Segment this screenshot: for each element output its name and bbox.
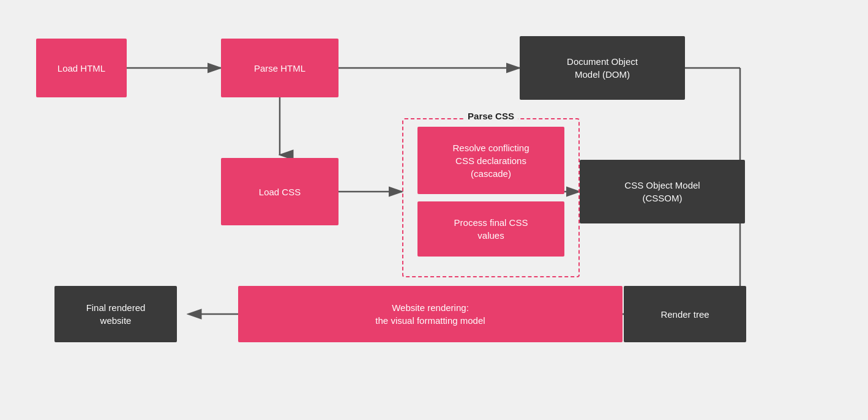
website-rendering-box: Website rendering: the visual formatting…	[238, 286, 623, 342]
parse-css-container: Parse CSS Resolve conflicting CSS declar…	[402, 118, 580, 277]
final-website-box: Final rendered website	[54, 286, 177, 342]
resolve-css-box: Resolve conflicting CSS declarations (ca…	[417, 127, 564, 194]
diagram: Load HTML Parse HTML Document Object Mod…	[18, 14, 850, 406]
load-html-box: Load HTML	[36, 39, 127, 97]
cssom-box: CSS Object Model (CSSOM)	[580, 160, 745, 223]
parse-html-box: Parse HTML	[221, 39, 339, 97]
render-tree-box: Render tree	[624, 286, 746, 342]
dom-box: Document Object Model (DOM)	[520, 36, 685, 100]
process-css-box: Process final CSS values	[417, 201, 564, 257]
load-css-box: Load CSS	[221, 158, 339, 225]
